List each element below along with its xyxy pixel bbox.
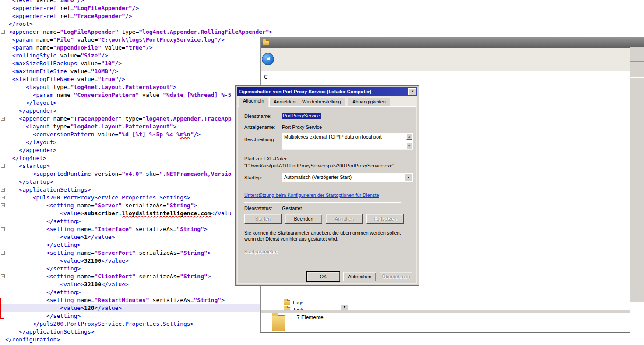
anhalten-button[interactable]: Anhalten: [326, 214, 363, 224]
description-field[interactable]: Multiplexes external TCP/IP data on loca…: [282, 133, 413, 150]
scroll-up-icon[interactable]: ▲: [406, 134, 412, 140]
field-label: Beschreibung:: [244, 137, 275, 142]
startup-options-link[interactable]: Unterstützung beim Konfigurieren der Sta…: [244, 192, 379, 198]
tab-anmelden[interactable]: Anmelden: [269, 98, 300, 106]
field-label: Dienststatus:: [244, 206, 272, 211]
fold-collapse-icon[interactable]: -: [1, 30, 5, 34]
start-parameters-note: Sie können die Startparameter angeben, d…: [244, 230, 410, 242]
starten-button[interactable]: Starten: [244, 214, 282, 224]
tab-abhängigkeiten[interactable]: Abhängigkeiten: [348, 98, 390, 106]
fortsetzen-button[interactable]: Fortsetzen: [366, 214, 404, 224]
scroll-down-icon[interactable]: ▼: [406, 143, 412, 149]
fold-collapse-icon[interactable]: -: [1, 274, 5, 278]
code-line: <appender-ref ref="TraceAppender"/>: [0, 12, 644, 20]
field-label: Dienstname:: [244, 114, 271, 119]
ok-button[interactable]: OK: [307, 272, 340, 281]
chevron-down-icon[interactable]: ▼: [405, 174, 412, 181]
explorer-toolbar: ◄ C: [261, 48, 630, 71]
fold-collapse-icon[interactable]: -: [1, 227, 5, 231]
divider: [244, 201, 401, 203]
field-label: Anzeigename:: [244, 124, 275, 130]
explorer-titlebar[interactable]: [261, 37, 630, 48]
pane-divider[interactable]: [327, 293, 327, 310]
folder-icon: [272, 315, 285, 331]
abbrechen-button[interactable]: Abbrechen: [343, 272, 376, 281]
close-icon[interactable]: ×: [408, 88, 416, 95]
description-text: Multiplexes external TCP/IP data on loca…: [284, 134, 405, 139]
fold-collapse-icon[interactable]: -: [1, 203, 5, 207]
ubernehmen-button[interactable]: Übernehmen: [380, 272, 412, 281]
code-line: </configuration>: [0, 336, 644, 344]
beenden-button[interactable]: Beenden: [285, 214, 322, 224]
tab-allgemein[interactable]: Allgemein: [239, 97, 268, 107]
code-line: </root>: [0, 20, 644, 28]
field-label: Startparameter:: [244, 249, 278, 254]
exe-path-value: "C:\work\ais\puls200.PortProxyService\pu…: [244, 163, 394, 168]
properties-dialog: Eigenschaften von Port Proxy Service (Lo…: [235, 85, 419, 286]
folder-icon: [284, 300, 290, 305]
code-line: <appender-ref ref="LogFileAppender"/>: [0, 4, 644, 12]
fold-collapse-icon[interactable]: -: [1, 117, 5, 121]
folder-item-label: Logs: [293, 300, 303, 305]
back-icon[interactable]: ◄: [262, 53, 274, 65]
fold-collapse-icon[interactable]: -: [1, 196, 5, 199]
folder-item[interactable]: Logs: [284, 300, 303, 305]
startup-type-value: Automatisch (Verzögerter Start): [284, 174, 352, 180]
folder-icon: [263, 40, 269, 45]
startup-type-select[interactable]: Automatisch (Verzögerter Start) ▼: [282, 173, 413, 182]
code-line: <appender name="LogFileAppender" type="l…: [0, 28, 644, 36]
explorer-statusbar: 7 Elemente: [261, 313, 630, 331]
item-count: 7 Elemente: [297, 314, 324, 320]
background-window-edge: [629, 37, 644, 302]
dialog-titlebar[interactable]: Eigenschaften von Port Proxy Service (Lo…: [237, 87, 417, 96]
address-text: C: [264, 74, 268, 80]
fold-collapse-icon[interactable]: -: [1, 164, 5, 168]
screen: <level value="INFO"/> <appender-ref ref=…: [0, 0, 644, 345]
dialog-title: Eigenschaften von Port Proxy Service (Lo…: [239, 89, 371, 94]
service-name-value[interactable]: PortProxyService: [282, 113, 321, 119]
fold-collapse-icon[interactable]: -: [1, 188, 5, 192]
code-line: <level value="INFO"/>: [0, 0, 644, 4]
tab-wiederherstellung[interactable]: Wiederherstellung: [298, 98, 345, 106]
service-status-value: Gestartet: [282, 206, 302, 211]
changed-lines-marker: [0, 298, 4, 319]
field-label: Pfad zur EXE-Datei:: [244, 156, 287, 161]
start-parameters-input[interactable]: [294, 247, 403, 256]
field-label: Starttyp:: [244, 175, 262, 180]
fold-collapse-icon[interactable]: -: [1, 251, 5, 255]
display-name-value: Port Proxy Service: [282, 124, 322, 130]
